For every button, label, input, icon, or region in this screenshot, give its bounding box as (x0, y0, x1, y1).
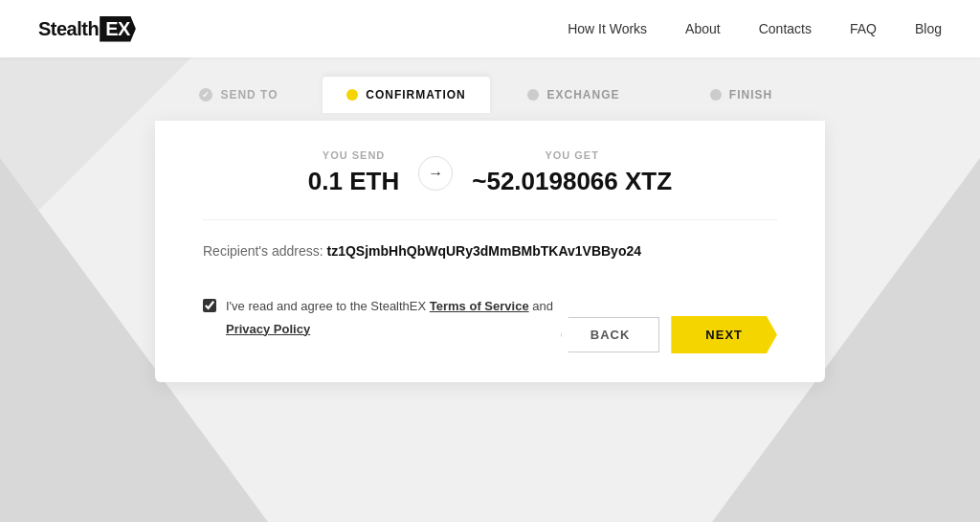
step-dot-finish (710, 89, 722, 101)
nav-contacts[interactable]: Contacts (759, 21, 812, 36)
step-dot-confirmation (346, 89, 358, 101)
step-check-icon: ✓ (199, 88, 212, 102)
step-finish-label: FINISH (729, 88, 772, 102)
logo-ex-text: EX (100, 16, 136, 42)
main-nav: How It Works About Contacts FAQ Blog (568, 21, 942, 36)
step-confirmation-label: CONFIRMATION (366, 88, 465, 102)
next-button[interactable]: NEXT (671, 316, 777, 353)
nav-blog[interactable]: Blog (915, 21, 942, 36)
checkbox-row: I've read and agree to the StealthEX Ter… (203, 297, 553, 316)
steps-bar: ✓ SEND TO CONFIRMATION EXCHANGE FINISH (155, 77, 825, 113)
terms-section: I've read and agree to the StealthEX Ter… (203, 297, 553, 338)
step-confirmation[interactable]: CONFIRMATION (323, 77, 490, 113)
step-exchange-label: EXCHANGE (546, 88, 619, 102)
step-send-to[interactable]: ✓ SEND TO (155, 77, 323, 113)
terms-label: I've read and agree to the StealthEX Ter… (226, 297, 553, 316)
step-finish[interactable]: FINISH (657, 77, 825, 113)
nav-about[interactable]: About (685, 21, 721, 36)
terms-checkbox[interactable] (203, 299, 216, 312)
buttons-row: BACK NEXT (561, 316, 777, 353)
nav-faq[interactable]: FAQ (850, 21, 877, 36)
exchange-info: YOU SEND 0.1 ETH → YOU GET ~52.0198066 X… (203, 149, 777, 220)
step-send-to-label: SEND TO (220, 88, 278, 102)
terms-link[interactable]: Terms of Service (430, 299, 529, 313)
logo-stealth-text: Stealth (38, 18, 99, 40)
privacy-link[interactable]: Privacy Policy (226, 322, 310, 336)
confirmation-card: YOU SEND 0.1 ETH → YOU GET ~52.0198066 X… (155, 121, 825, 382)
back-button[interactable]: BACK (561, 317, 660, 352)
terms-text-before: I've read and agree to the StealthEX (226, 299, 430, 313)
recipient-label: Recipient's address: (203, 243, 323, 259)
send-section: YOU SEND 0.1 ETH (308, 149, 399, 196)
terms-text-mid: and (529, 299, 553, 313)
step-dot-exchange (527, 89, 539, 101)
nav-how-it-works[interactable]: How It Works (568, 21, 647, 36)
main-content: ✓ SEND TO CONFIRMATION EXCHANGE FINISH Y… (0, 57, 980, 382)
step-exchange[interactable]: EXCHANGE (490, 77, 657, 113)
get-section: YOU GET ~52.0198066 XTZ (472, 149, 672, 196)
recipient-row: Recipient's address: tz1QSjmbHhQbWqURy3d… (203, 243, 777, 274)
get-label: YOU GET (472, 149, 672, 161)
send-amount: 0.1 ETH (308, 167, 399, 196)
arrow-icon: → (418, 156, 453, 191)
send-label: YOU SEND (308, 149, 399, 161)
recipient-address: tz1QSjmbHhQbWqURy3dMmBMbTKAv1VBByo24 (327, 243, 642, 259)
header: Stealth EX How It Works About Contacts F… (0, 0, 980, 57)
get-amount: ~52.0198066 XTZ (472, 167, 672, 196)
logo: Stealth EX (38, 16, 136, 42)
